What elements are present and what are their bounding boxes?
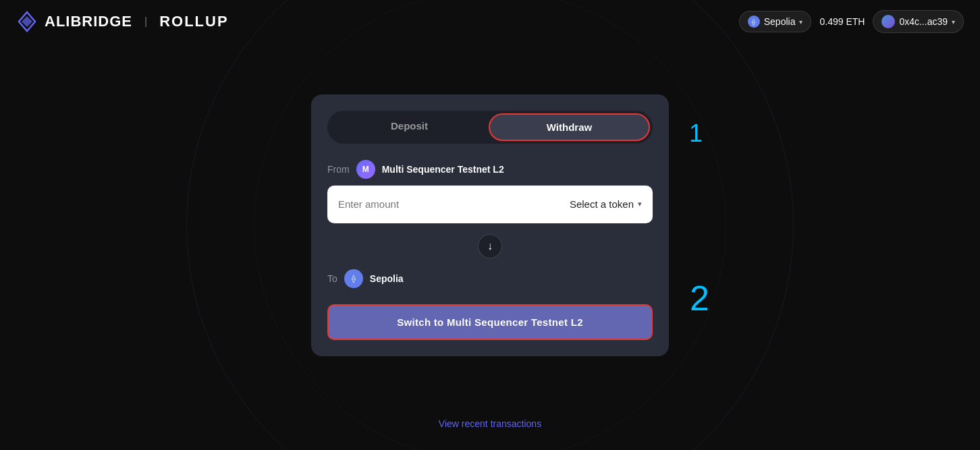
tab-deposit[interactable]: Deposit	[330, 113, 489, 141]
ethereum-icon: ⟠	[748, 16, 760, 28]
view-transactions-link[interactable]: View recent transactions	[439, 418, 541, 429]
logo: ALIBRIDGE | ROLLUP	[16, 11, 229, 32]
header: ALIBRIDGE | ROLLUP ⟠ Sepolia ▾ 0.499 ETH…	[0, 0, 980, 43]
amount-input-wrapper: Select a token ▾	[327, 186, 653, 223]
header-right: ⟠ Sepolia ▾ 0.499 ETH 0x4c...ac39 ▾	[739, 10, 964, 33]
wallet-chevron-icon: ▾	[952, 18, 955, 26]
network-chevron-icon: ▾	[799, 18, 802, 26]
from-network-logo: M	[356, 160, 375, 179]
to-network-name: Sepolia	[370, 273, 404, 284]
direction-arrow-button[interactable]: ↓	[478, 234, 502, 258]
tab-withdraw[interactable]: Withdraw	[489, 113, 650, 141]
wallet-selector[interactable]: 0x4c...ac39 ▾	[873, 10, 964, 33]
main-wrapper: Deposit Withdraw From M Multi Sequencer …	[311, 94, 669, 356]
bridge-card: Deposit Withdraw From M Multi Sequencer …	[311, 94, 669, 356]
wallet-avatar	[881, 15, 895, 28]
logo-brand-text: ALIBRIDGE	[45, 13, 132, 30]
to-row: To ⟠ Sepolia	[327, 269, 653, 288]
wallet-balance: 0.499 ETH	[819, 16, 865, 27]
to-label: To	[327, 273, 337, 284]
direction-arrow-container: ↓	[327, 234, 653, 258]
view-transactions-wrapper: View recent transactions	[439, 418, 541, 430]
from-row: From M Multi Sequencer Testnet L2	[327, 160, 653, 179]
token-chevron-icon: ▾	[638, 200, 642, 208]
from-label: From	[327, 164, 350, 175]
token-select-dropdown[interactable]: Select a token ▾	[570, 198, 642, 210]
switch-network-button[interactable]: Switch to Multi Sequencer Testnet L2	[327, 304, 653, 340]
amount-input[interactable]	[338, 198, 570, 210]
from-network-name: Multi Sequencer Testnet L2	[382, 164, 504, 175]
token-select-label: Select a token	[570, 198, 634, 210]
wallet-address: 0x4c...ac39	[899, 16, 948, 27]
annotation-1: 1	[689, 121, 703, 146]
logo-icon	[16, 11, 38, 32]
annotation-2: 2	[690, 281, 709, 316]
logo-divider: |	[144, 16, 147, 28]
logo-rollup-text: ROLLUP	[159, 13, 228, 30]
tab-bar: Deposit Withdraw	[327, 111, 653, 144]
to-network-logo: ⟠	[344, 269, 363, 288]
network-selector[interactable]: ⟠ Sepolia ▾	[739, 11, 812, 32]
network-label: Sepolia	[764, 16, 796, 27]
